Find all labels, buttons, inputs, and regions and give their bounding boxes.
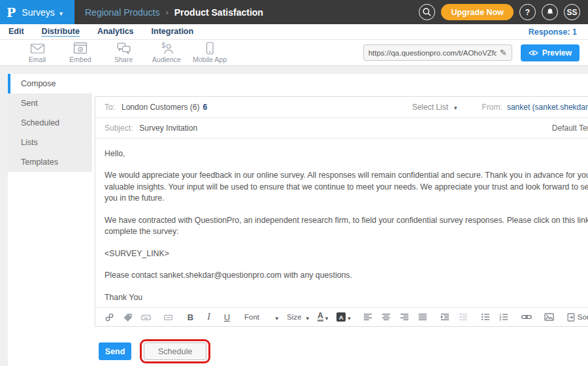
sidebar-item-sent[interactable]: Sent [8,93,92,113]
font-dropdown[interactable]: Font [244,310,278,324]
background-color-button[interactable]: A [336,310,351,324]
numbered-list-button[interactable] [499,310,509,324]
sidebar-item-templates[interactable]: Templates [8,152,92,172]
bullet-list-button[interactable] [481,310,491,324]
tab-edit[interactable]: Edit [8,27,24,37]
channel-email-label: Email [29,56,46,63]
align-left-button[interactable] [363,310,373,324]
align-right-button[interactable] [400,310,410,324]
chevron-down-icon [59,7,63,18]
text-color-icon: A [318,312,323,322]
share-icon [116,42,131,55]
to-recipient-count[interactable]: 6 [203,103,207,112]
survey-url-input[interactable] [368,49,497,57]
sidebar-item-compose[interactable]: Compose [8,74,92,93]
top-header: P Surveys Regional Products › Product Sa… [0,0,588,24]
distribute-content: Compose Sent Scheduled Lists Templates T… [0,66,588,366]
help-button[interactable]: ? [519,4,536,20]
rich-text-toolbar: B I U Font Size A [95,307,588,326]
size-dropdown[interactable]: Size [287,310,309,324]
insert-image-button[interactable] [544,310,554,324]
chevron-down-icon [306,311,309,323]
outdent-icon [459,312,468,322]
notifications-button[interactable] [542,4,558,20]
bold-button[interactable]: B [186,310,195,324]
tab-analytics[interactable]: Analytics [97,27,134,37]
bullet-list-icon [481,312,490,322]
source-button[interactable]: Source [566,310,588,324]
align-center-button[interactable] [382,310,391,324]
merge-tag-button[interactable] [123,310,133,324]
increase-indent-button[interactable] [440,310,450,324]
channel-mobile-app[interactable]: Mobile App [188,42,231,63]
send-button[interactable]: Send [99,342,131,360]
sidebar-item-scheduled[interactable]: Scheduled [8,113,92,133]
chevron-down-icon [454,103,457,112]
upgrade-now-button[interactable]: Upgrade Now [441,4,514,20]
body-paragraph: Thank You [105,292,588,303]
breadcrumb-current: Product Satisfaction [174,7,263,18]
avatar[interactable]: SS [564,4,580,20]
select-list-dropdown[interactable]: Select List [412,103,457,112]
survey-url-field[interactable]: ✎ [363,44,512,61]
search-icon [421,7,433,18]
body-paragraph: We have contracted with QuestionPro, an … [105,215,588,238]
channel-embed[interactable]: Embed [59,42,102,63]
tab-distribute[interactable]: Distribute [42,27,80,37]
sidebar-item-lists[interactable]: Lists [8,133,92,152]
search-button[interactable] [419,4,435,20]
subject-value[interactable]: Survey Invitation [139,124,197,133]
decrease-indent-button[interactable] [459,310,468,324]
insert-button-widget[interactable] [163,310,173,324]
justify-button[interactable] [418,310,428,324]
text-color-button[interactable]: A [318,310,328,324]
email-sidebar: Compose Sent Scheduled Lists Templates [8,74,92,366]
audience-icon: $ [159,42,174,55]
channel-email[interactable]: Email [16,42,59,63]
size-dropdown-label: Size [287,313,301,321]
template-dropdown[interactable]: Default Template [552,124,588,133]
chain-link-icon [105,312,114,322]
insert-field-button[interactable] [141,310,151,324]
eye-icon [529,50,538,56]
email-body-editor[interactable]: Hello, We would appreciate your feedback… [95,139,588,307]
surveys-menu[interactable]: P Surveys [0,0,74,24]
subject-label: Subject: [105,124,133,133]
numbered-list-icon [499,312,508,322]
source-button-label: Source [578,313,588,321]
distribute-channel-toolbar: Email Embed Share $ Audience Mobile App … [0,40,588,66]
breadcrumb: Regional Products › Product Satisfaction [85,7,263,18]
source-document-icon [566,312,576,322]
template-label: Default Template [552,124,588,133]
tab-integration[interactable]: Integration [152,27,194,37]
channel-mobile-app-label: Mobile App [193,56,227,63]
from-label: From: [482,103,502,112]
channel-share[interactable]: Share [102,42,145,63]
channel-share-label: Share [114,56,133,63]
image-icon [544,312,554,322]
body-paragraph: <SURVEY_LINK> [105,248,588,259]
edit-url-pencil-icon[interactable]: ✎ [500,48,507,58]
insert-link-button[interactable] [521,310,532,324]
from-value[interactable]: sanket (sanket.shekdar@ques... [507,103,588,112]
anchor-link-button[interactable] [105,310,114,324]
tag-icon [123,312,133,322]
schedule-button[interactable]: Schedule [144,342,206,360]
to-value[interactable]: London Customers (6) [122,103,199,112]
schedule-highlight-annotation: Schedule [140,339,210,363]
button-widget-icon [163,312,173,322]
select-list-label: Select List [412,103,448,112]
chevron-down-icon [348,311,351,323]
italic-button[interactable]: I [204,310,214,324]
channel-audience[interactable]: $ Audience [145,42,188,63]
align-center-icon [382,312,391,322]
breadcrumb-parent-link[interactable]: Regional Products [85,7,159,18]
channel-audience-label: Audience [152,56,181,63]
preview-button[interactable]: Preview [521,44,580,61]
chevron-down-icon [275,311,278,323]
surveys-menu-label: Surveys [22,7,55,18]
to-row: To: London Customers (6) 6 Select List F… [95,97,588,118]
question-mark-icon: ? [525,8,530,17]
body-paragraph: Hello, [105,148,588,159]
underline-button[interactable]: U [222,310,232,324]
